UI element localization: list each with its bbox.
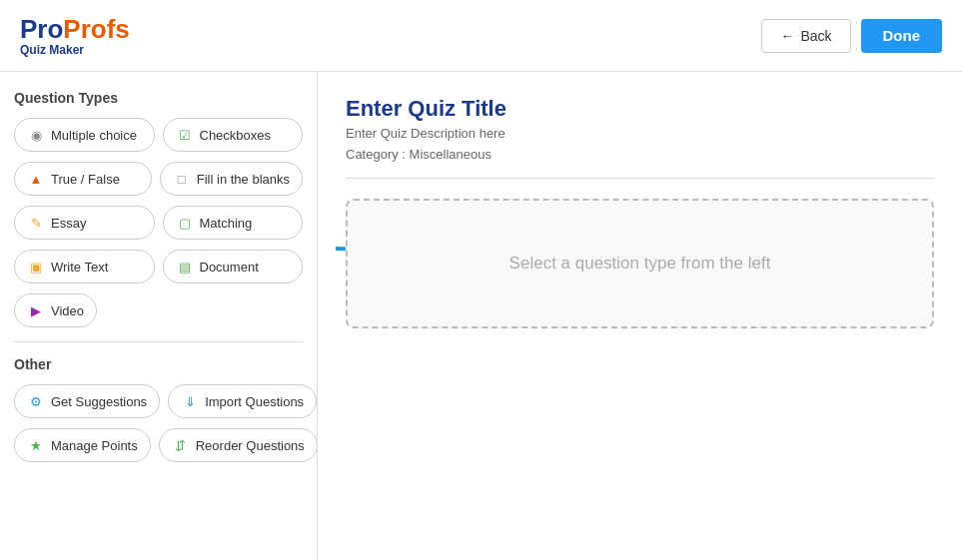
import-questions-btn[interactable]: ⇓ Import Questions xyxy=(168,384,317,418)
logo-pro-part: Pro xyxy=(20,14,63,44)
quiz-category: Category : Miscellaneous xyxy=(346,147,934,162)
content-divider xyxy=(346,178,934,179)
manage-points-label: Manage Points xyxy=(51,438,138,453)
tf-icon: ▲ xyxy=(27,170,45,188)
checkboxes-label: Checkboxes xyxy=(200,128,272,143)
drop-zone: Select a question type from the left xyxy=(346,199,934,328)
reorder-icon: ⇵ xyxy=(172,436,190,454)
category-label: Category : xyxy=(346,147,406,162)
drop-zone-text: Select a question type from the left xyxy=(509,254,771,274)
essay-icon: ✎ xyxy=(27,214,45,232)
left-panel: Question Types ◉ Multiple choice ☑ Check… xyxy=(0,72,318,560)
write-text-label: Write Text xyxy=(51,260,108,275)
essay-btn[interactable]: ✎ Essay xyxy=(14,206,155,240)
back-label: Back xyxy=(800,28,831,44)
main-layout: Question Types ◉ Multiple choice ☑ Check… xyxy=(0,72,962,560)
back-arrow-icon: ← xyxy=(780,28,794,44)
logo: ProProfs Quiz Maker xyxy=(20,16,130,56)
write-text-btn[interactable]: ▣ Write Text xyxy=(14,250,155,283)
question-types-title: Question Types xyxy=(14,90,303,106)
radio-icon: ◉ xyxy=(27,126,45,144)
matching-btn[interactable]: ▢ Matching xyxy=(163,206,304,240)
true-false-btn[interactable]: ▲ True / False xyxy=(14,162,152,196)
logo-sub: Quiz Maker xyxy=(20,44,130,56)
doc-icon: ▤ xyxy=(176,258,194,276)
reorder-questions-btn[interactable]: ⇵ Reorder Questions xyxy=(159,428,318,462)
multiple-choice-label: Multiple choice xyxy=(51,128,137,143)
other-grid-1: ⚙ Get Suggestions ⇓ Import Questions xyxy=(14,384,303,418)
other-title: Other xyxy=(14,356,303,372)
writetext-icon: ▣ xyxy=(27,258,45,276)
back-button[interactable]: ← Back xyxy=(761,19,850,53)
quiz-description: Enter Quiz Description here xyxy=(346,126,934,141)
matching-icon: ▢ xyxy=(176,214,194,232)
drop-zone-container: Select a question type from the left xyxy=(346,199,934,328)
document-btn[interactable]: ▤ Document xyxy=(163,250,304,283)
document-label: Document xyxy=(200,260,259,275)
category-value: Miscellaneous xyxy=(410,147,491,162)
header: ProProfs Quiz Maker ← Back Done xyxy=(0,0,962,72)
get-suggestions-btn[interactable]: ⚙ Get Suggestions xyxy=(14,384,160,418)
fitb-icon: □ xyxy=(173,170,191,188)
suggest-icon: ⚙ xyxy=(27,392,45,410)
video-label: Video xyxy=(51,303,84,318)
question-type-grid-1: ◉ Multiple choice ☑ Checkboxes xyxy=(14,118,303,152)
fill-blanks-label: Fill in the blanks xyxy=(197,172,290,187)
matching-label: Matching xyxy=(200,216,253,231)
header-buttons: ← Back Done xyxy=(761,19,942,53)
question-type-grid-2: ▲ True / False □ Fill in the blanks xyxy=(14,162,303,196)
question-type-grid-5: ▶ Video xyxy=(14,293,303,327)
logo-profs-part: Profs xyxy=(63,14,129,44)
checkbox-icon: ☑ xyxy=(176,126,194,144)
checkboxes-btn[interactable]: ☑ Checkboxes xyxy=(163,118,304,152)
quiz-title: Enter Quiz Title xyxy=(346,96,934,122)
get-suggestions-label: Get Suggestions xyxy=(51,394,147,409)
true-false-label: True / False xyxy=(51,172,120,187)
done-label: Done xyxy=(883,27,921,44)
multiple-choice-btn[interactable]: ◉ Multiple choice xyxy=(14,118,155,152)
video-btn[interactable]: ▶ Video xyxy=(14,293,97,327)
points-icon: ★ xyxy=(27,436,45,454)
manage-points-btn[interactable]: ★ Manage Points xyxy=(14,428,151,462)
reorder-questions-label: Reorder Questions xyxy=(196,438,305,453)
video-icon: ▶ xyxy=(27,301,45,319)
essay-label: Essay xyxy=(51,216,86,231)
section-divider xyxy=(14,341,303,342)
fill-blanks-btn[interactable]: □ Fill in the blanks xyxy=(160,162,303,196)
other-grid-2: ★ Manage Points ⇵ Reorder Questions xyxy=(14,428,303,462)
done-button[interactable]: Done xyxy=(861,19,943,53)
question-type-grid-4: ▣ Write Text ▤ Document xyxy=(14,250,303,283)
import-questions-label: Import Questions xyxy=(205,394,304,409)
right-panel: Enter Quiz Title Enter Quiz Description … xyxy=(318,72,962,560)
question-type-grid-3: ✎ Essay ▢ Matching xyxy=(14,206,303,240)
import-icon: ⇓ xyxy=(181,392,199,410)
logo-text: ProProfs xyxy=(20,16,130,42)
